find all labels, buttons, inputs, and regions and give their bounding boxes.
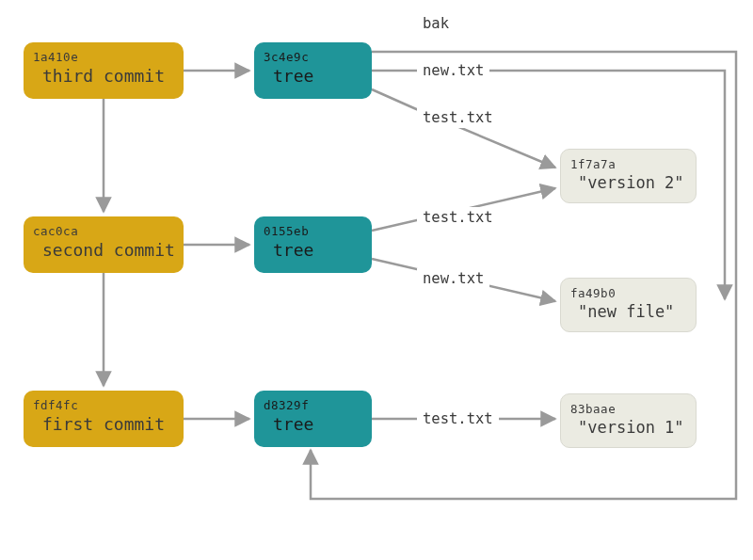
edge-label-testtxt: test.txt xyxy=(417,107,499,128)
tree-hash: 3c4e9c xyxy=(254,42,372,64)
arrow-tree-3-testtxt xyxy=(372,89,555,168)
tree-hash: d8329f xyxy=(254,391,372,412)
tree-node-d8329f: d8329f tree xyxy=(254,391,372,447)
commit-node-second: cac0ca second commit xyxy=(24,216,184,273)
commit-node-third: 1a410e third commit xyxy=(24,42,184,99)
commit-label: second commit xyxy=(24,238,184,260)
commit-hash: fdf4fc xyxy=(24,391,184,412)
blob-hash: 1f7a7a xyxy=(561,150,696,171)
edge-label-newtxt: new.txt xyxy=(417,60,489,81)
blob-hash: 83baae xyxy=(561,394,696,416)
tree-hash: 0155eb xyxy=(254,216,372,238)
edge-label-newtxt: new.txt xyxy=(417,268,489,289)
tree-label: tree xyxy=(254,64,372,86)
blob-label: "version 1" xyxy=(561,416,696,437)
blob-node-fa49b0: fa49b0 "new file" xyxy=(560,278,697,332)
blob-label: "new file" xyxy=(561,300,696,321)
commit-node-first: fdf4fc first commit xyxy=(24,391,184,447)
commit-label: first commit xyxy=(24,412,184,434)
blob-hash: fa49b0 xyxy=(561,279,696,300)
edge-label-testtxt: test.txt xyxy=(417,207,499,228)
tree-node-0155eb: 0155eb tree xyxy=(254,216,372,273)
blob-node-1f7a7a: 1f7a7a "version 2" xyxy=(560,149,697,203)
blob-label: "version 2" xyxy=(561,171,696,192)
commit-hash: 1a410e xyxy=(24,42,184,64)
commit-hash: cac0ca xyxy=(24,216,184,238)
edge-label-testtxt: test.txt xyxy=(417,408,499,429)
tree-label: tree xyxy=(254,238,372,260)
commit-label: third commit xyxy=(24,64,184,86)
blob-node-83baae: 83baae "version 1" xyxy=(560,393,697,448)
tree-node-3c4e9c: 3c4e9c tree xyxy=(254,42,372,99)
tree-label: tree xyxy=(254,412,372,434)
edge-label-bak: bak xyxy=(417,13,455,34)
